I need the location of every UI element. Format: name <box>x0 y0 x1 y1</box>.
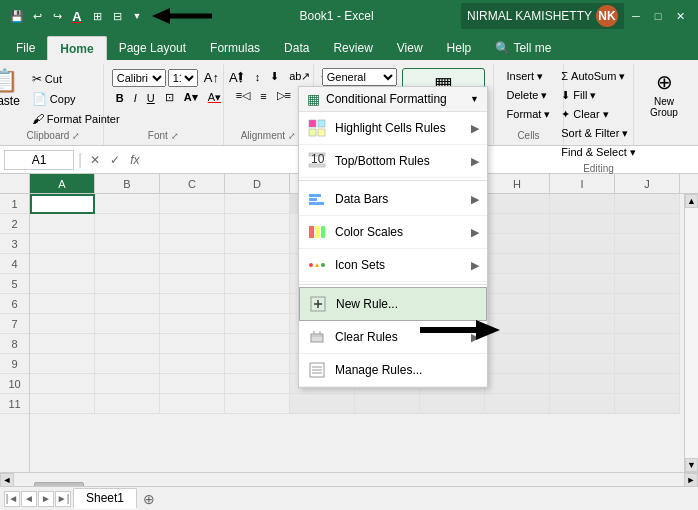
cell-G11[interactable] <box>420 394 485 414</box>
cell-D3[interactable] <box>225 234 290 254</box>
row-num-1[interactable]: 1 <box>0 194 29 214</box>
scroll-up-btn[interactable]: ▲ <box>685 194 698 208</box>
find-select-btn[interactable]: Find & Select ▾ <box>557 144 639 161</box>
cell-J7[interactable] <box>615 314 680 334</box>
cell-H10[interactable] <box>485 374 550 394</box>
cell-A3[interactable] <box>30 234 95 254</box>
cell-A9[interactable] <box>30 354 95 374</box>
vertical-scrollbar[interactable]: ▲ ▼ <box>684 194 698 472</box>
cell-D8[interactable] <box>225 334 290 354</box>
cell-C2[interactable] <box>160 214 225 234</box>
tab-file[interactable]: File <box>4 36 47 60</box>
cell-A1[interactable] <box>30 194 95 214</box>
col-header-C[interactable]: C <box>160 174 225 193</box>
cell-D5[interactable] <box>225 274 290 294</box>
row-num-4[interactable]: 4 <box>0 254 29 274</box>
cell-B1[interactable] <box>95 194 160 214</box>
paste-btn[interactable]: 📋 Paste <box>0 68 26 110</box>
menu-new-rule[interactable]: New Rule... <box>299 287 487 321</box>
prev-sheet-btn[interactable]: ◄ <box>21 491 37 507</box>
cell-D10[interactable] <box>225 374 290 394</box>
cell-I9[interactable] <box>550 354 615 374</box>
cell-A11[interactable] <box>30 394 95 414</box>
minimize-btn[interactable]: ─ <box>626 6 646 26</box>
qa-dropdown[interactable]: ▼ <box>128 7 146 25</box>
cell-C5[interactable] <box>160 274 225 294</box>
col-header-D[interactable]: D <box>225 174 290 193</box>
cell-A4[interactable] <box>30 254 95 274</box>
row-num-9[interactable]: 9 <box>0 354 29 374</box>
scroll-down-btn[interactable]: ▼ <box>685 458 698 472</box>
cell-H5[interactable] <box>485 274 550 294</box>
right-align-btn[interactable]: ▷≡ <box>273 87 295 104</box>
row-num-5[interactable]: 5 <box>0 274 29 294</box>
tab-review[interactable]: Review <box>321 36 384 60</box>
cell-I10[interactable] <box>550 374 615 394</box>
cell-A2[interactable] <box>30 214 95 234</box>
sort-filter-btn[interactable]: Sort & Filter ▾ <box>557 125 632 142</box>
cell-B6[interactable] <box>95 294 160 314</box>
tab-help[interactable]: Help <box>435 36 484 60</box>
autosum-btn[interactable]: Σ AutoSum ▾ <box>557 68 629 85</box>
restore-btn[interactable]: □ <box>648 6 668 26</box>
menu-icon-sets[interactable]: Icon Sets ▶ <box>299 249 487 282</box>
cell-A6[interactable] <box>30 294 95 314</box>
cell-H2[interactable] <box>485 214 550 234</box>
fill-color-btn[interactable]: A▾ <box>180 89 202 106</box>
cell-A10[interactable] <box>30 374 95 394</box>
cell-J2[interactable] <box>615 214 680 234</box>
cell-H4[interactable] <box>485 254 550 274</box>
cell-H6[interactable] <box>485 294 550 314</box>
row-num-6[interactable]: 6 <box>0 294 29 314</box>
cell-C7[interactable] <box>160 314 225 334</box>
scroll-left-btn[interactable]: ◄ <box>0 473 14 487</box>
menu-color-scales[interactable]: Color Scales ▶ <box>299 216 487 249</box>
insert-function-btn[interactable]: fx <box>126 152 143 168</box>
cell-B10[interactable] <box>95 374 160 394</box>
cell-F11[interactable] <box>355 394 420 414</box>
cell-I3[interactable] <box>550 234 615 254</box>
row-num-10[interactable]: 10 <box>0 374 29 394</box>
col-header-B[interactable]: B <box>95 174 160 193</box>
confirm-formula-btn[interactable]: ✓ <box>106 152 124 168</box>
close-btn[interactable]: ✕ <box>670 6 690 26</box>
cell-C6[interactable] <box>160 294 225 314</box>
cell-I11[interactable] <box>550 394 615 414</box>
cell-I1[interactable] <box>550 194 615 214</box>
top-align-btn[interactable]: ⬆ <box>232 68 249 85</box>
increase-font-btn[interactable]: A↑ <box>200 68 223 87</box>
cell-C3[interactable] <box>160 234 225 254</box>
format-cells-btn[interactable]: Format ▾ <box>503 106 555 123</box>
last-sheet-btn[interactable]: ►| <box>55 491 71 507</box>
cell-B11[interactable] <box>95 394 160 414</box>
cell-J5[interactable] <box>615 274 680 294</box>
horizontal-scrollbar[interactable]: ◄ ► <box>0 472 698 486</box>
font-color-ribbon-btn[interactable]: A▾ <box>204 89 225 106</box>
menu-highlight-cells[interactable]: Highlight Cells Rules ▶ <box>299 112 487 145</box>
cell-J1[interactable] <box>615 194 680 214</box>
col-header-A[interactable]: A <box>30 174 95 193</box>
row-num-3[interactable]: 3 <box>0 234 29 254</box>
cell-B7[interactable] <box>95 314 160 334</box>
cell-B4[interactable] <box>95 254 160 274</box>
cell-D11[interactable] <box>225 394 290 414</box>
tab-view[interactable]: View <box>385 36 435 60</box>
name-box[interactable] <box>4 150 74 170</box>
menu-data-bars[interactable]: Data Bars ▶ <box>299 183 487 216</box>
cell-C10[interactable] <box>160 374 225 394</box>
cell-J10[interactable] <box>615 374 680 394</box>
cell-H1[interactable] <box>485 194 550 214</box>
bottom-align-btn[interactable]: ⬇ <box>266 68 283 85</box>
cell-I2[interactable] <box>550 214 615 234</box>
cell-D4[interactable] <box>225 254 290 274</box>
cell-D1[interactable] <box>225 194 290 214</box>
cell-J11[interactable] <box>615 394 680 414</box>
cell-D7[interactable] <box>225 314 290 334</box>
cell-J9[interactable] <box>615 354 680 374</box>
clear-btn[interactable]: ✦ Clear ▾ <box>557 106 612 123</box>
cell-I6[interactable] <box>550 294 615 314</box>
cancel-formula-btn[interactable]: ✕ <box>86 152 104 168</box>
underline-btn[interactable]: U <box>143 90 159 106</box>
cell-B2[interactable] <box>95 214 160 234</box>
tab-data[interactable]: Data <box>272 36 321 60</box>
